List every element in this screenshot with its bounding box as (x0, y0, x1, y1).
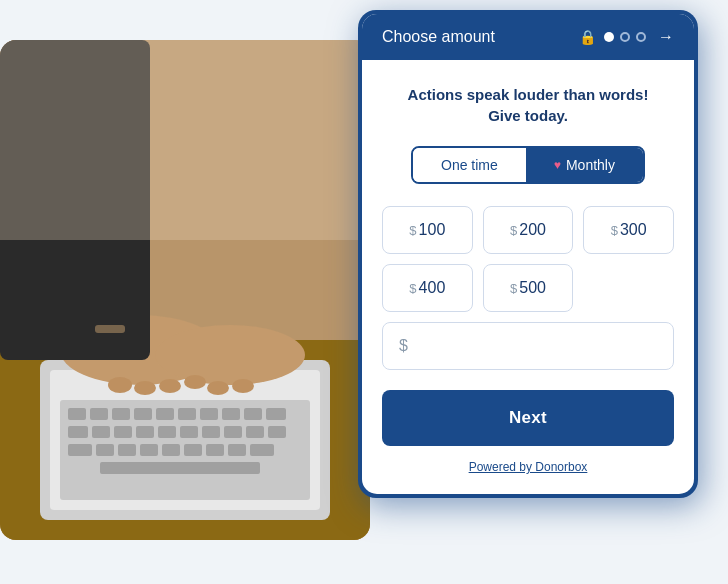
svg-rect-19 (158, 426, 176, 438)
powered-by[interactable]: Powered by Donorbox (382, 460, 674, 474)
svg-rect-45 (95, 325, 125, 333)
svg-rect-16 (92, 426, 110, 438)
custom-amount-input[interactable] (414, 337, 657, 355)
step-dots (604, 32, 646, 42)
currency-label-1: $ (409, 223, 416, 238)
step-dot-2 (620, 32, 630, 42)
amount-button-300[interactable]: $300 (583, 206, 674, 254)
custom-currency-symbol: $ (399, 337, 408, 355)
svg-rect-8 (134, 408, 152, 420)
currency-label-3: $ (611, 223, 618, 238)
svg-rect-9 (156, 408, 174, 420)
svg-rect-27 (118, 444, 136, 456)
svg-point-39 (159, 379, 181, 393)
svg-rect-29 (162, 444, 180, 456)
currency-label-4: $ (409, 281, 416, 296)
svg-rect-5 (68, 408, 86, 420)
svg-rect-24 (268, 426, 286, 438)
card-body: Actions speak louder than words! Give to… (362, 60, 694, 494)
next-button[interactable]: Next (382, 390, 674, 446)
amount-button-100[interactable]: $100 (382, 206, 473, 254)
step-dot-1 (604, 32, 614, 42)
svg-rect-21 (202, 426, 220, 438)
monthly-label: Monthly (566, 157, 615, 173)
svg-rect-32 (228, 444, 246, 456)
lock-icon: 🔒 (579, 29, 596, 45)
svg-rect-34 (100, 462, 260, 474)
monthly-button[interactable]: ♥ Monthly (526, 148, 643, 182)
amount-button-500[interactable]: $500 (483, 264, 574, 312)
svg-rect-25 (68, 444, 92, 456)
card-header: Choose amount 🔒 → (362, 14, 694, 60)
amount-button-400[interactable]: $400 (382, 264, 473, 312)
svg-point-38 (134, 381, 156, 395)
svg-point-41 (207, 381, 229, 395)
one-time-button[interactable]: One time (413, 148, 526, 182)
svg-point-42 (232, 379, 254, 393)
currency-label-2: $ (510, 223, 517, 238)
svg-rect-30 (184, 444, 202, 456)
svg-rect-14 (266, 408, 286, 420)
svg-rect-20 (180, 426, 198, 438)
header-icons: 🔒 → (579, 28, 674, 46)
tagline-line1: Actions speak louder than words! (382, 84, 674, 105)
svg-rect-31 (206, 444, 224, 456)
arrow-right-icon: → (658, 28, 674, 46)
header-title: Choose amount (382, 28, 495, 46)
amount-grid-row2: $400 $500 (382, 264, 674, 312)
svg-rect-7 (112, 408, 130, 420)
tagline: Actions speak louder than words! Give to… (382, 84, 674, 126)
svg-rect-33 (250, 444, 274, 456)
svg-point-36 (155, 325, 305, 385)
svg-rect-17 (114, 426, 132, 438)
svg-rect-22 (224, 426, 242, 438)
svg-rect-18 (136, 426, 154, 438)
svg-rect-11 (200, 408, 218, 420)
svg-rect-6 (90, 408, 108, 420)
svg-rect-28 (140, 444, 158, 456)
scene: Choose amount 🔒 → Actions speak louder t… (0, 0, 728, 584)
svg-rect-10 (178, 408, 196, 420)
svg-rect-44 (0, 40, 370, 240)
background-photo (0, 40, 370, 540)
donation-card-wrapper: Choose amount 🔒 → Actions speak louder t… (358, 10, 698, 498)
amount-grid-row1: $100 $200 $300 (382, 206, 674, 254)
svg-point-37 (108, 377, 132, 393)
tagline-line2: Give today. (382, 105, 674, 126)
currency-label-5: $ (510, 281, 517, 296)
custom-amount-wrapper: $ (382, 322, 674, 370)
donation-card: Choose amount 🔒 → Actions speak louder t… (362, 14, 694, 494)
frequency-toggle: One time ♥ Monthly (411, 146, 645, 184)
amount-button-200[interactable]: $200 (483, 206, 574, 254)
heart-icon: ♥ (554, 158, 561, 172)
svg-rect-23 (246, 426, 264, 438)
svg-rect-12 (222, 408, 240, 420)
step-dot-3 (636, 32, 646, 42)
svg-rect-15 (68, 426, 88, 438)
svg-rect-13 (244, 408, 262, 420)
svg-point-40 (184, 375, 206, 389)
svg-rect-26 (96, 444, 114, 456)
